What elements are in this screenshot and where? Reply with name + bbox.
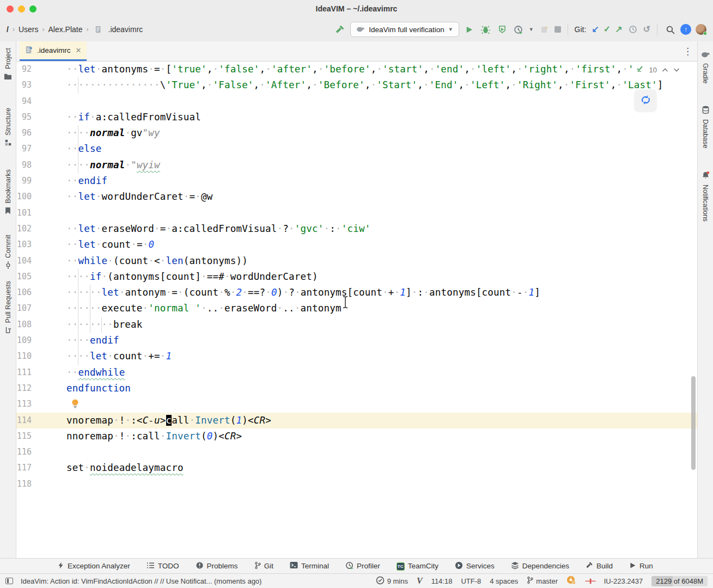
status-item[interactable] (566, 575, 576, 586)
play-gray-icon (629, 562, 636, 571)
status-item-114-18[interactable]: 114:18 (431, 577, 453, 585)
git-update-icon[interactable]: ↙ (592, 25, 599, 34)
toolwindow-button-teamcity[interactable]: TCTeamCity (397, 561, 438, 571)
line-number: 108 (16, 317, 63, 333)
services-icon (455, 561, 463, 571)
ide-update-icon[interactable]: ↑ (680, 24, 691, 35)
sidebar-item-commit[interactable]: Commit (0, 235, 16, 271)
toolwindow-label: Profiler (357, 562, 380, 570)
stripe-label: Bookmarks (4, 169, 12, 204)
breadcrumb-item[interactable]: Users (19, 25, 39, 34)
code-text (63, 476, 66, 492)
toolwindow-button-dependencies[interactable]: Dependencies (511, 561, 569, 571)
terminal-icon (290, 561, 298, 571)
toolwindow-button-todo[interactable]: TODO (147, 562, 179, 571)
search-icon[interactable] (664, 23, 676, 35)
status-item-iu-223-2437[interactable]: IU-223.2437 (604, 577, 643, 585)
toolwindow-label: Services (466, 562, 495, 570)
status-item-2129-of-6048m[interactable]: 2129 of 6048M (651, 576, 708, 586)
file-icon (93, 23, 105, 35)
bookmark-icon (4, 207, 11, 217)
debug-button[interactable] (480, 23, 492, 35)
teamcity-icon: TC (397, 561, 405, 571)
toolwindow-button-build[interactable]: Build (586, 561, 613, 571)
run-with-coverage-button[interactable] (496, 23, 508, 35)
code-line: 104··while·(count·<·len(antonyms)) (16, 253, 697, 269)
toolwindow-button-run[interactable]: Run (629, 562, 653, 571)
status-item-utf-8[interactable]: UTF-8 (461, 577, 481, 585)
git-push-icon[interactable]: ↗ (615, 25, 622, 34)
red-pin-icon: ⊣⊢ (585, 577, 595, 585)
sidebar-item-notifications[interactable]: Notifications (698, 171, 713, 222)
breadcrumb-item[interactable]: .ideavimrc (108, 25, 143, 34)
status-message[interactable]: IdeaVim: Action id: VimFindActionIdActio… (21, 577, 261, 585)
code-text: ····endif (63, 333, 119, 348)
git-commit-check-icon[interactable]: ✓ (604, 25, 611, 34)
tab-ideavimrc[interactable]: .ideavimrc ✕ (20, 41, 87, 61)
code-editor[interactable]: 92··let·antonyms·=·['true',·'false',·'af… (16, 62, 697, 558)
run-button[interactable] (464, 23, 476, 35)
reload-file-button[interactable] (635, 90, 656, 112)
line-number: 98 (16, 157, 63, 173)
run-more-chevron-icon[interactable]: ▼ (529, 27, 534, 32)
prev-warning-chevron-icon[interactable] (662, 66, 668, 74)
zoom-window-button[interactable] (29, 5, 36, 13)
status-item[interactable]: V (417, 576, 423, 586)
next-warning-chevron-icon[interactable] (673, 66, 680, 74)
avatar[interactable] (696, 24, 706, 35)
sidebar-item-pull-requests[interactable]: Pull Requests (0, 281, 16, 336)
close-tab-icon[interactable]: ✕ (76, 46, 82, 54)
code-line: 92··let·antonyms·=·['true',·'false',·'af… (16, 62, 697, 77)
sidebar-item-gradle[interactable]: Gradle (698, 50, 713, 84)
indent-guide (90, 285, 90, 333)
sidebar-item-structure[interactable]: Structure (0, 108, 16, 149)
intention-bulb-icon[interactable] (71, 399, 80, 412)
line-number: 114 (16, 413, 63, 428)
code-text: endfunction (63, 381, 131, 396)
toolwindow-button-exception-analyzer[interactable]: Exception Analyzer (57, 561, 130, 571)
toolwindow-button-profiler[interactable]: Profiler (345, 561, 380, 571)
build-hammer-icon[interactable] (334, 23, 346, 35)
status-item[interactable]: ⊣⊢ (585, 577, 595, 585)
line-number: 95 (16, 109, 63, 125)
status-item-9-mins[interactable]: 9 mins (376, 576, 408, 586)
rollback-icon[interactable]: ↺ (643, 25, 650, 34)
toolwindow-button-problems[interactable]: Problems (196, 561, 238, 571)
stripe-label: Project (4, 48, 12, 69)
breadcrumb-item[interactable]: / (7, 25, 9, 34)
sidebar-item-project[interactable]: Project (0, 48, 16, 82)
sidebar-item-bookmarks[interactable]: Bookmarks (0, 169, 16, 217)
code-text: ········break (63, 317, 143, 333)
toolwindow-button-services[interactable]: Services (455, 561, 495, 571)
title-bar: IdeaVIM – ~/.ideavimrc (0, 0, 713, 17)
code-text: ················\'True',·'False',·'After… (63, 77, 663, 93)
status-item-4-spaces[interactable]: 4 spaces (490, 577, 518, 585)
history-clock-icon[interactable] (627, 23, 639, 35)
tab-options-kebab-icon[interactable]: ⋮ (683, 46, 692, 57)
line-number: 106 (16, 285, 63, 301)
ide-window: IdeaVIM – ~/.ideavimrc /›Users›Alex.Plat… (0, 0, 713, 588)
code-text: nnoremap·!·:call·Invert(0)<CR> (63, 428, 242, 444)
status-item-master[interactable]: master (527, 576, 558, 586)
status-label: 9 mins (387, 577, 408, 585)
file-icon (25, 46, 33, 56)
breadcrumb-item[interactable]: Alex.Plate (48, 25, 82, 34)
profile-button[interactable] (513, 23, 525, 35)
breadcrumb-separator: › (42, 26, 44, 33)
code-text: vnoremap·!·:<C-u>call·Invert(1)<CR> (63, 413, 271, 428)
minimize-window-button[interactable] (18, 5, 25, 13)
code-text: ··endwhile (63, 365, 125, 381)
toolwindow-button-terminal[interactable]: Terminal (290, 561, 329, 571)
tool-window-toggle-icon[interactable] (5, 578, 13, 584)
toolwindow-button-git[interactable]: Git (254, 561, 273, 571)
close-window-button[interactable] (7, 5, 14, 13)
memory-indicator[interactable]: 2129 of 6048M (651, 576, 708, 586)
editor-scrollbar-thumb[interactable] (691, 376, 696, 470)
run-config-select[interactable]: IdeaVim full verification ▼ (350, 22, 459, 37)
code-line: 103··let·count·=·0 (16, 237, 697, 253)
line-number: 100 (16, 189, 63, 205)
sidebar-item-database[interactable]: Database (698, 106, 713, 149)
code-text (63, 444, 66, 460)
profiler-icon (345, 561, 354, 571)
bell-icon (702, 171, 710, 181)
